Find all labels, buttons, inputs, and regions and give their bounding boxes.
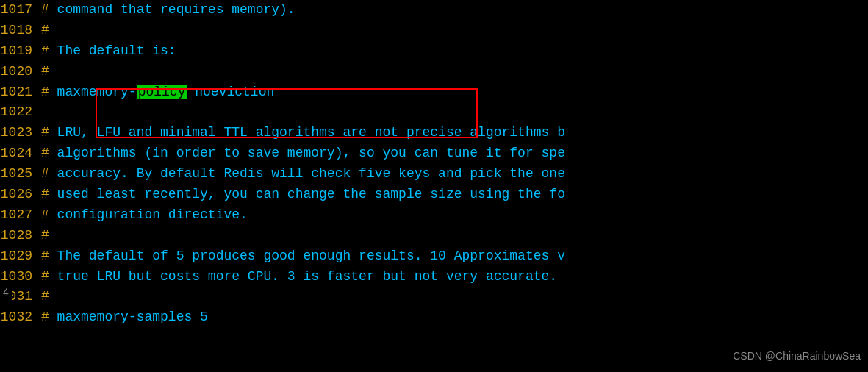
line-number-1027: 1027 [0,205,38,226]
code-line-1029: 1029 # The default of 5 produces good en… [0,246,868,267]
code-line-1028: 1028 # [0,226,868,246]
line-number-1019: 1019 [0,41,38,62]
comment-hash-1017: # [41,2,49,17]
line-content-1017: # command that requires memory). [38,0,868,21]
line-number-1025: 1025 [0,164,38,185]
line-number-1021: 1021 [0,82,38,103]
comment-text-1021-pre: maxmemory- [49,85,137,99]
code-line-1019: 1019 # The default is: [0,41,868,62]
comment-hash-1030: # [41,269,49,284]
line-number-1020: 1020 [0,62,38,82]
watermark: CSDN @ChinaRainbowSea [733,348,861,365]
line-content-1019: # The default is: [38,41,868,62]
line-number-1018: 1018 [0,21,38,41]
comment-text-1023: LRU, LFU and minimal TTL algorithms are … [49,125,565,140]
comment-hash-1029: # [41,248,49,263]
comment-text-1024: algorithms (in order to save memory), so… [49,146,565,160]
code-line-1025: 1025 # accuracy. By default Redis will c… [0,164,868,185]
code-line-1022: 1022 [0,102,868,123]
code-line-1026: 1026 # used least recently, you can chan… [0,185,868,205]
line-content-1029: # The default of 5 produces good enough … [38,246,868,267]
comment-hash-1023: # [41,125,49,140]
side-indicator: 4 [0,283,12,302]
line-content-1031: # [38,287,868,307]
code-line-1017: 1017 # command that requires memory). [0,0,868,21]
code-line-1020: 1020 # [0,62,868,82]
comment-text-1019: The default is: [49,43,176,58]
line-content-1027: # configuration directive. [38,205,868,226]
line-content-1028: # [38,226,868,246]
line-content-1018: # [38,21,868,41]
line-content-1024: # algorithms (in order to save memory), … [38,143,868,164]
comment-hash-1021: # [41,85,49,99]
line-number-1028: 1028 [0,226,38,246]
code-line-1024: 1024 # algorithms (in order to save memo… [0,143,868,164]
comment-hash-1018: # [41,23,49,37]
line-number-1022: 1022 [0,102,38,123]
comment-hash-1024: # [41,146,49,160]
line-number-1023: 1023 [0,123,38,143]
line-content-1021: # maxmemory-policy noeviction [38,82,868,103]
line-number-1017: 1017 [0,0,38,21]
comment-hash-1025: # [41,166,49,181]
comment-text-1026: used least recently, you can change the … [49,187,565,201]
comment-text-1029: The default of 5 produces good enough re… [49,248,565,263]
code-line-1021: 1021 # maxmemory-policy noeviction [0,82,868,103]
line-number-1029: 1029 [0,246,38,267]
comment-hash-1020: # [41,64,49,79]
comment-hash-1027: # [41,207,49,222]
code-line-1027: 1027 # configuration directive. [0,205,868,226]
line-content-1023: # LRU, LFU and minimal TTL algorithms ar… [38,123,868,143]
line-content-1026: # used least recently, you can change th… [38,185,868,205]
line-content-1030: # true LRU but costs more CPU. 3 is fast… [38,267,868,287]
code-line-1023: 1023 # LRU, LFU and minimal TTL algorith… [0,123,868,143]
line-number-1024: 1024 [0,143,38,164]
comment-text-1017: command that requires memory). [49,2,295,17]
code-container: 1017 # command that requires memory). 10… [0,0,868,372]
keyword-policy: policy [137,85,187,99]
code-line-1030: 1030 # true LRU but costs more CPU. 3 is… [0,267,868,287]
comment-text-1027: configuration directive. [49,207,248,222]
line-number-1026: 1026 [0,185,38,205]
comment-hash-1028: # [41,228,49,243]
comment-hash-1031: # [41,289,49,304]
code-line-1031: 1031 # [0,287,868,307]
comment-hash-1019: # [41,43,49,58]
line-content-1025: # accuracy. By default Redis will check … [38,164,868,185]
comment-text-1030: true LRU but costs more CPU. 3 is faster… [49,269,557,284]
line-content-1020: # [38,62,868,82]
comment-text-1021-post: noeviction [187,85,274,99]
comment-text-1025: accuracy. By default Redis will check fi… [49,166,565,181]
comment-hash-1032: # [41,310,49,324]
code-line-1032: 1032 # maxmemory-samples 5 [0,307,868,328]
code-line-1018: 1018 # [0,21,868,41]
line-number-1032: 1032 [0,307,38,328]
line-content-1032: # maxmemory-samples 5 [38,307,868,328]
comment-hash-1026: # [41,187,49,201]
comment-text-1032: maxmemory-samples 5 [49,310,208,324]
